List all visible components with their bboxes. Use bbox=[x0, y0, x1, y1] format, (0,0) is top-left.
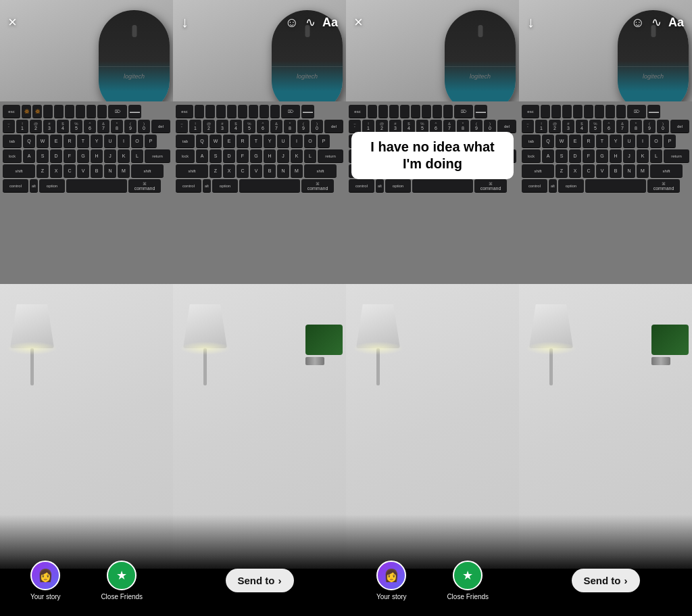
key2-h: H bbox=[264, 149, 276, 163]
key4-m: M bbox=[637, 164, 649, 178]
face-icon-4[interactable]: ☺ bbox=[631, 15, 645, 30]
key-f: F bbox=[64, 149, 76, 163]
close-friends-label-3: Close Friends bbox=[447, 593, 489, 600]
panel-3: logitech esc ⌦ ▬▬▬ ~` bbox=[346, 0, 519, 616]
key4-8: *8 bbox=[630, 120, 642, 133]
avatar-face-3: 👩 bbox=[378, 562, 405, 589]
key2-ctrl: control bbox=[176, 179, 201, 193]
face-icon-2[interactable]: ☺ bbox=[285, 15, 299, 30]
key-f9: ⌦ bbox=[108, 105, 127, 118]
mouse-brand-3: logitech bbox=[470, 73, 491, 80]
send-to-button-2[interactable]: Send to › bbox=[226, 569, 294, 592]
top-toolbar-1: × bbox=[0, 5, 173, 39]
panel-1: logitech esc 🔆 🔆 ⌦ ▬▬▬ bbox=[0, 0, 173, 616]
download-icon-2[interactable]: ↓ bbox=[181, 14, 189, 31]
lamp-obj-2 bbox=[183, 304, 227, 385]
mouse-line-2 bbox=[272, 66, 343, 67]
key2-i: I bbox=[291, 135, 303, 148]
key3-f6 bbox=[422, 105, 431, 118]
key2-k: K bbox=[291, 149, 303, 163]
key3-1: !1 bbox=[362, 120, 374, 133]
key2-space bbox=[239, 179, 300, 193]
key2-b: B bbox=[264, 164, 276, 178]
close-icon-1[interactable]: × bbox=[8, 14, 17, 31]
usb-obj-4 bbox=[651, 325, 689, 365]
key4-caps: lock bbox=[522, 149, 541, 163]
text-icon-4[interactable]: Aa bbox=[668, 16, 684, 30]
usb-body-4 bbox=[651, 325, 689, 355]
key3-cmd: ⌘command bbox=[474, 179, 507, 193]
key2-f: F bbox=[237, 149, 249, 163]
key2-f1 bbox=[195, 105, 204, 118]
key2-f5 bbox=[238, 105, 247, 118]
key3-2: @2 bbox=[376, 120, 388, 133]
key-g: G bbox=[77, 149, 89, 163]
key2-f8 bbox=[270, 105, 280, 118]
send-chevron-4: › bbox=[624, 575, 628, 586]
key2-tab: tab bbox=[176, 135, 195, 148]
lamp-scene-1 bbox=[0, 284, 173, 569]
key-d: D bbox=[50, 149, 62, 163]
mouse-brand-4: logitech bbox=[643, 73, 664, 80]
key4-f2 bbox=[551, 105, 561, 118]
key-t: T bbox=[77, 135, 89, 148]
key4-5: %5 bbox=[589, 120, 601, 133]
keyboard-keys-3: esc ⌦ ▬▬▬ ~` !1 @2 #3 $4 bbox=[346, 101, 519, 284]
lamp-scene-4 bbox=[519, 284, 692, 569]
avatar-face-1: 👩 bbox=[32, 562, 59, 589]
send-chevron-2: › bbox=[278, 575, 282, 586]
keyboard-scene-2: logitech esc ⌦ ▬▬▬ ~` bbox=[173, 0, 346, 284]
key4-b: B bbox=[610, 164, 622, 178]
key4-tilde: ~` bbox=[522, 120, 534, 133]
lamp-obj-4 bbox=[529, 304, 573, 385]
send-to-button-4[interactable]: Send to › bbox=[572, 569, 640, 592]
key-caps: lock bbox=[3, 149, 22, 163]
keyboard-keys-4: esc ⌦ ▬▬▬ ~` !1 @2 #3 $4 bbox=[519, 101, 692, 284]
mouse-brand-2: logitech bbox=[297, 73, 318, 80]
key3-esc: esc bbox=[349, 105, 366, 118]
key4-f4 bbox=[573, 105, 583, 118]
key4-esc: esc bbox=[522, 105, 539, 118]
key4-t: T bbox=[596, 135, 608, 148]
key-v: V bbox=[77, 164, 89, 178]
key3-f1 bbox=[368, 105, 377, 118]
your-story-button-1[interactable]: 👩 Your story bbox=[30, 561, 61, 600]
key4-r: R bbox=[583, 135, 595, 148]
mouse-line-1 bbox=[99, 66, 170, 67]
lamp-obj-3 bbox=[356, 304, 400, 385]
key4-o: O bbox=[650, 135, 662, 148]
close-friends-button-3[interactable]: ★ Close Friends bbox=[447, 561, 489, 600]
lamp-glow-2 bbox=[180, 341, 230, 355]
close-icon-3[interactable]: × bbox=[354, 14, 363, 31]
key4-3: #3 bbox=[562, 120, 574, 133]
draw-icon-4[interactable]: ∿ bbox=[651, 15, 662, 30]
draw-icon-2[interactable]: ∿ bbox=[305, 15, 316, 30]
key2-y: Y bbox=[264, 135, 276, 148]
your-story-button-3[interactable]: 👩 Your story bbox=[376, 561, 407, 600]
lamp-scene-3 bbox=[346, 284, 519, 569]
lamp-glow-1 bbox=[7, 341, 57, 355]
key4-l: L bbox=[650, 149, 662, 163]
key4-n: N bbox=[623, 164, 635, 178]
key4-f6 bbox=[595, 105, 604, 118]
key2-7: &7 bbox=[270, 120, 282, 133]
key2-9: (9 bbox=[297, 120, 310, 133]
key2-u: U bbox=[277, 135, 289, 148]
key2-shift-l: shift bbox=[176, 164, 208, 178]
key2-q: Q bbox=[196, 135, 208, 148]
key3-f8 bbox=[443, 105, 453, 118]
key3-alt: alt bbox=[376, 179, 384, 193]
key3-ctrl: control bbox=[349, 179, 374, 193]
text-icon-2[interactable]: Aa bbox=[322, 16, 338, 30]
key-0: )0 bbox=[138, 120, 150, 133]
mouse-brand-1: logitech bbox=[124, 73, 145, 80]
key3-8: *8 bbox=[457, 120, 469, 133]
lamp-glow-4 bbox=[526, 341, 576, 355]
download-icon-4[interactable]: ↓ bbox=[527, 14, 535, 31]
key2-f10: ▬▬▬ bbox=[301, 105, 314, 118]
key4-g: G bbox=[596, 149, 608, 163]
close-friends-button-1[interactable]: ★ Close Friends bbox=[101, 561, 143, 600]
key2-p: P bbox=[318, 135, 330, 148]
key-i: I bbox=[118, 135, 130, 148]
key-n: N bbox=[104, 164, 116, 178]
